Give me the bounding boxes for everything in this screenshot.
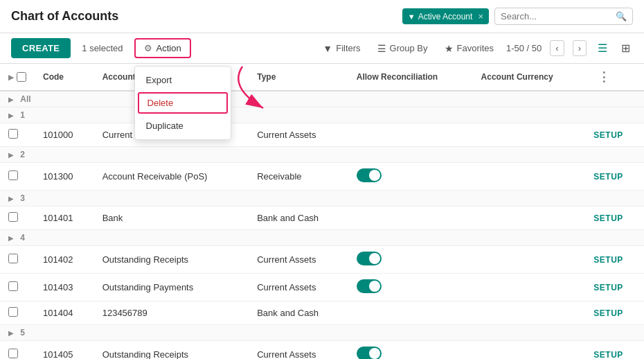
group-by-label: Group By — [390, 43, 428, 53]
table-row: 101405 Outstanding Receipts Current Asse… — [0, 341, 644, 360]
group-row: ▶ 3 — [0, 191, 644, 207]
group-row: ▶ 2 — [0, 147, 644, 163]
row-checkbox[interactable] — [8, 212, 18, 222]
row-currency — [473, 123, 586, 147]
search-box[interactable]: 🔍 — [494, 8, 633, 25]
row-name[interactable]: Account Receivable (PoS) — [94, 163, 249, 191]
reconciliation-toggle[interactable] — [357, 279, 382, 293]
row-check-cell — [0, 274, 35, 301]
filter-icon: ▼ — [323, 43, 332, 54]
next-page-button[interactable]: › — [573, 40, 587, 56]
group-row: ▶ 5 — [0, 325, 644, 341]
expand-group-icon[interactable]: ▶ — [8, 195, 14, 202]
expand-all-icon[interactable]: ▶ — [8, 73, 14, 81]
row-checkbox[interactable] — [8, 349, 18, 358]
favorites-button[interactable]: ★ Favorites — [440, 40, 498, 57]
expand-group-icon[interactable]: ▶ — [8, 151, 14, 159]
filter-bar: ▼ Active Account × 🔍 — [402, 8, 633, 25]
favorites-label: Favorites — [457, 43, 494, 53]
filter-label: Active Account — [418, 12, 473, 21]
table-header-row: ▶ Code Account Name Type Allow Reconcili… — [0, 64, 644, 91]
group-row: ▶ 1 — [0, 107, 644, 123]
row-name[interactable]: 123456789 — [94, 301, 249, 325]
expand-group-icon[interactable]: ▶ — [8, 234, 14, 242]
page-title: Chart of Accounts — [11, 9, 118, 24]
search-icon: 🔍 — [616, 11, 627, 21]
select-all-checkbox[interactable] — [17, 72, 26, 82]
setup-link[interactable]: SETUP — [593, 350, 623, 359]
table-row: 101401 Bank Bank and Cash SETUP — [0, 207, 644, 230]
row-setup[interactable]: SETUP — [585, 163, 644, 191]
row-checkbox[interactable] — [8, 254, 18, 263]
filters-label: Filters — [336, 43, 360, 53]
row-reconciliation — [348, 274, 473, 301]
grid-view-button[interactable]: ⊞ — [618, 39, 633, 58]
column-options-icon[interactable]: ⋮ — [593, 69, 614, 85]
group-label: ▶ 3 — [0, 191, 644, 207]
row-setup[interactable]: SETUP — [585, 246, 644, 274]
row-code: 101401 — [35, 207, 94, 230]
row-name[interactable]: Outstanding Receipts — [94, 246, 249, 274]
expand-group-icon[interactable]: ▶ — [8, 329, 14, 337]
row-type: Bank and Cash — [249, 301, 348, 325]
group-label: ▶ 5 — [0, 325, 644, 341]
code-header: Code — [35, 64, 94, 91]
row-type: Current Assets — [249, 341, 348, 360]
row-checkbox[interactable] — [8, 281, 18, 291]
currency-header: Account Currency — [473, 64, 586, 91]
table-row: 101404 123456789 Bank and Cash SETUP — [0, 301, 644, 325]
row-check-cell — [0, 301, 35, 325]
row-check-cell — [0, 246, 35, 274]
delete-item[interactable]: Delete — [138, 92, 228, 114]
gear-icon: ⚙ — [144, 43, 152, 53]
row-currency — [473, 163, 586, 191]
row-currency — [473, 341, 586, 360]
table-row: 101000 Current Assets Current Assets SET… — [0, 123, 644, 147]
group-by-button[interactable]: ☰ Group By — [373, 40, 432, 57]
row-reconciliation — [348, 163, 473, 191]
active-account-filter[interactable]: ▼ Active Account × — [402, 8, 489, 24]
row-checkbox[interactable] — [8, 170, 18, 180]
export-item[interactable]: Export — [135, 69, 231, 91]
row-name[interactable]: Outstanding Receipts — [94, 341, 249, 360]
row-checkbox[interactable] — [8, 307, 18, 317]
setup-link[interactable]: SETUP — [593, 308, 623, 318]
row-reconciliation — [348, 123, 473, 147]
row-name[interactable]: Outstanding Payments — [94, 274, 249, 301]
setup-link[interactable]: SETUP — [593, 172, 623, 182]
setup-link[interactable]: SETUP — [593, 213, 623, 223]
row-checkbox[interactable] — [8, 129, 18, 139]
selected-count: 1 selected — [76, 43, 128, 53]
action-button[interactable]: ⚙ Action — [134, 38, 191, 58]
row-setup[interactable]: SETUP — [585, 274, 644, 301]
reconciliation-toggle[interactable] — [357, 347, 382, 359]
setup-link[interactable]: SETUP — [593, 255, 623, 265]
row-setup[interactable]: SETUP — [585, 341, 644, 360]
row-setup[interactable]: SETUP — [585, 301, 644, 325]
select-all-col[interactable]: ▶ — [0, 64, 35, 91]
row-currency — [473, 246, 586, 274]
reconciliation-toggle[interactable] — [357, 168, 382, 182]
expand-group-icon[interactable]: ▶ — [8, 96, 14, 103]
group-label: ▶ All — [0, 91, 644, 107]
row-setup[interactable]: SETUP — [585, 123, 644, 147]
prev-page-button[interactable]: ‹ — [550, 40, 564, 56]
row-setup[interactable]: SETUP — [585, 207, 644, 230]
reconciliation-toggle[interactable] — [357, 252, 382, 265]
setup-link[interactable]: SETUP — [593, 130, 623, 140]
group-label: ▶ 2 — [0, 147, 644, 163]
setup-link[interactable]: SETUP — [593, 283, 623, 292]
row-name[interactable]: Bank — [94, 207, 249, 230]
row-code: 101402 — [35, 246, 94, 274]
page-header: Chart of Accounts ▼ Active Account × 🔍 — [0, 0, 644, 33]
create-button[interactable]: CREATE — [11, 38, 71, 58]
filters-button[interactable]: ▼ Filters — [319, 40, 364, 57]
toolbar: CREATE 1 selected ⚙ Action Export Delete… — [0, 33, 644, 64]
duplicate-item[interactable]: Duplicate — [135, 115, 231, 137]
list-view-button[interactable]: ☰ — [595, 39, 610, 58]
expand-group-icon[interactable]: ▶ — [8, 112, 14, 119]
search-input[interactable] — [501, 11, 613, 21]
filter-close-btn[interactable]: × — [478, 11, 483, 21]
table-row: 101403 Outstanding Payments Current Asse… — [0, 274, 644, 301]
action-dropdown: Export Delete Duplicate — [134, 66, 231, 140]
